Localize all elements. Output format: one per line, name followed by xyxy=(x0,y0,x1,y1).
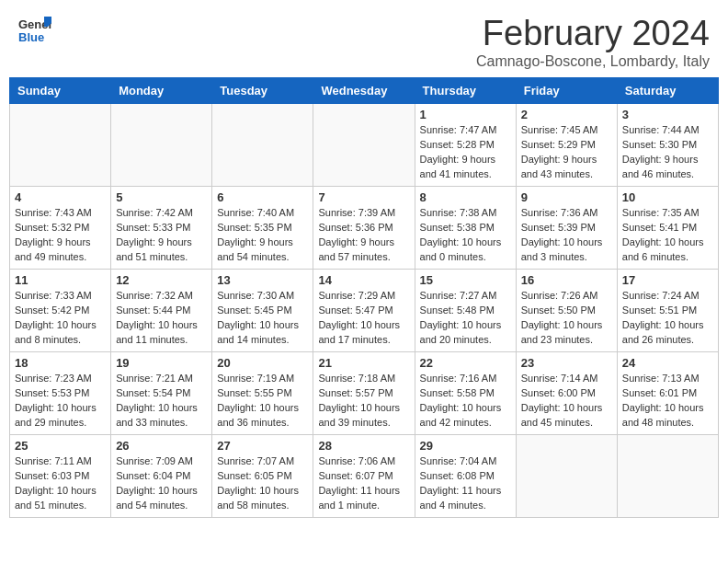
day-number: 15 xyxy=(420,273,511,287)
logo-icon: General Blue xyxy=(18,14,51,51)
day-cell-empty xyxy=(111,104,212,187)
day-info: Sunrise: 7:26 AM Sunset: 5:50 PM Dayligh… xyxy=(521,289,612,348)
day-info: Sunrise: 7:19 AM Sunset: 5:55 PM Dayligh… xyxy=(217,372,308,431)
day-cell-empty xyxy=(212,104,313,187)
day-cell-24: 24Sunrise: 7:13 AM Sunset: 6:01 PM Dayli… xyxy=(617,352,718,435)
day-info: Sunrise: 7:13 AM Sunset: 6:01 PM Dayligh… xyxy=(622,372,713,431)
day-cell-14: 14Sunrise: 7:29 AM Sunset: 5:47 PM Dayli… xyxy=(313,270,415,352)
day-cell-2: 2Sunrise: 7:45 AM Sunset: 5:29 PM Daylig… xyxy=(516,104,617,187)
day-info: Sunrise: 7:04 AM Sunset: 6:08 PM Dayligh… xyxy=(420,454,511,513)
day-number: 8 xyxy=(420,190,511,204)
day-info: Sunrise: 7:39 AM Sunset: 5:36 PM Dayligh… xyxy=(318,206,409,265)
day-info: Sunrise: 7:35 AM Sunset: 5:41 PM Dayligh… xyxy=(622,206,713,265)
day-cell-7: 7Sunrise: 7:39 AM Sunset: 5:36 PM Daylig… xyxy=(313,187,415,270)
day-info: Sunrise: 7:24 AM Sunset: 5:51 PM Dayligh… xyxy=(622,289,713,348)
day-info: Sunrise: 7:09 AM Sunset: 6:04 PM Dayligh… xyxy=(116,454,207,513)
day-number: 17 xyxy=(622,273,713,287)
day-cell-16: 16Sunrise: 7:26 AM Sunset: 5:50 PM Dayli… xyxy=(516,270,617,352)
day-info: Sunrise: 7:23 AM Sunset: 5:53 PM Dayligh… xyxy=(15,372,106,431)
day-cell-26: 26Sunrise: 7:09 AM Sunset: 6:04 PM Dayli… xyxy=(111,435,212,518)
day-info: Sunrise: 7:43 AM Sunset: 5:32 PM Dayligh… xyxy=(15,206,106,265)
day-cell-19: 19Sunrise: 7:21 AM Sunset: 5:54 PM Dayli… xyxy=(111,352,212,435)
day-cell-1: 1Sunrise: 7:47 AM Sunset: 5:28 PM Daylig… xyxy=(415,104,516,187)
week-row-4: 18Sunrise: 7:23 AM Sunset: 5:53 PM Dayli… xyxy=(10,352,719,435)
day-cell-9: 9Sunrise: 7:36 AM Sunset: 5:39 PM Daylig… xyxy=(516,187,617,270)
day-number: 25 xyxy=(15,439,106,453)
day-number: 11 xyxy=(15,273,106,287)
day-info: Sunrise: 7:45 AM Sunset: 5:29 PM Dayligh… xyxy=(521,123,612,182)
day-number: 6 xyxy=(217,190,308,204)
week-row-1: 1Sunrise: 7:47 AM Sunset: 5:28 PM Daylig… xyxy=(10,104,719,187)
day-number: 4 xyxy=(15,190,106,204)
day-header-row: SundayMondayTuesdayWednesdayThursdayFrid… xyxy=(10,78,719,104)
header: General Blue February 2024 Camnago-Bosco… xyxy=(0,0,728,77)
day-cell-21: 21Sunrise: 7:18 AM Sunset: 5:57 PM Dayli… xyxy=(313,352,415,435)
day-cell-empty xyxy=(10,104,111,187)
day-info: Sunrise: 7:07 AM Sunset: 6:05 PM Dayligh… xyxy=(217,454,308,513)
day-number: 29 xyxy=(420,439,511,453)
day-info: Sunrise: 7:32 AM Sunset: 5:44 PM Dayligh… xyxy=(116,289,207,348)
day-number: 16 xyxy=(521,273,612,287)
day-number: 10 xyxy=(622,190,713,204)
week-row-5: 25Sunrise: 7:11 AM Sunset: 6:03 PM Dayli… xyxy=(10,435,719,518)
day-cell-3: 3Sunrise: 7:44 AM Sunset: 5:30 PM Daylig… xyxy=(617,104,718,187)
day-info: Sunrise: 7:38 AM Sunset: 5:38 PM Dayligh… xyxy=(420,206,511,265)
day-number: 5 xyxy=(116,190,207,204)
logo: General Blue xyxy=(18,14,55,51)
day-number: 27 xyxy=(217,439,308,453)
day-number: 12 xyxy=(116,273,207,287)
day-info: Sunrise: 7:21 AM Sunset: 5:54 PM Dayligh… xyxy=(116,372,207,431)
day-number: 14 xyxy=(318,273,409,287)
day-cell-25: 25Sunrise: 7:11 AM Sunset: 6:03 PM Dayli… xyxy=(10,435,111,518)
day-cell-4: 4Sunrise: 7:43 AM Sunset: 5:32 PM Daylig… xyxy=(10,187,111,270)
day-cell-5: 5Sunrise: 7:42 AM Sunset: 5:33 PM Daylig… xyxy=(111,187,212,270)
day-header-thursday: Thursday xyxy=(415,78,516,104)
day-number: 20 xyxy=(217,356,308,370)
day-info: Sunrise: 7:44 AM Sunset: 5:30 PM Dayligh… xyxy=(622,123,713,182)
day-info: Sunrise: 7:33 AM Sunset: 5:42 PM Dayligh… xyxy=(15,289,106,348)
day-info: Sunrise: 7:42 AM Sunset: 5:33 PM Dayligh… xyxy=(116,206,207,265)
day-number: 19 xyxy=(116,356,207,370)
day-cell-13: 13Sunrise: 7:30 AM Sunset: 5:45 PM Dayli… xyxy=(212,270,313,352)
day-number: 7 xyxy=(318,190,409,204)
day-cell-29: 29Sunrise: 7:04 AM Sunset: 6:08 PM Dayli… xyxy=(415,435,516,518)
day-cell-11: 11Sunrise: 7:33 AM Sunset: 5:42 PM Dayli… xyxy=(10,270,111,352)
day-info: Sunrise: 7:06 AM Sunset: 6:07 PM Dayligh… xyxy=(318,454,409,513)
day-cell-28: 28Sunrise: 7:06 AM Sunset: 6:07 PM Dayli… xyxy=(313,435,415,518)
day-number: 21 xyxy=(318,356,409,370)
day-cell-12: 12Sunrise: 7:32 AM Sunset: 5:44 PM Dayli… xyxy=(111,270,212,352)
day-cell-15: 15Sunrise: 7:27 AM Sunset: 5:48 PM Dayli… xyxy=(415,270,516,352)
day-number: 13 xyxy=(217,273,308,287)
calendar-table: SundayMondayTuesdayWednesdayThursdayFrid… xyxy=(9,77,719,518)
week-row-3: 11Sunrise: 7:33 AM Sunset: 5:42 PM Dayli… xyxy=(10,270,719,352)
day-info: Sunrise: 7:27 AM Sunset: 5:48 PM Dayligh… xyxy=(420,289,511,348)
day-number: 3 xyxy=(622,108,713,121)
day-info: Sunrise: 7:47 AM Sunset: 5:28 PM Dayligh… xyxy=(420,123,511,182)
day-cell-27: 27Sunrise: 7:07 AM Sunset: 6:05 PM Dayli… xyxy=(212,435,313,518)
day-info: Sunrise: 7:30 AM Sunset: 5:45 PM Dayligh… xyxy=(217,289,308,348)
day-number: 28 xyxy=(318,439,409,453)
day-info: Sunrise: 7:18 AM Sunset: 5:57 PM Dayligh… xyxy=(318,372,409,431)
day-info: Sunrise: 7:40 AM Sunset: 5:35 PM Dayligh… xyxy=(217,206,308,265)
day-info: Sunrise: 7:36 AM Sunset: 5:39 PM Dayligh… xyxy=(521,206,612,265)
day-cell-18: 18Sunrise: 7:23 AM Sunset: 5:53 PM Dayli… xyxy=(10,352,111,435)
day-number: 22 xyxy=(420,356,511,370)
day-cell-6: 6Sunrise: 7:40 AM Sunset: 5:35 PM Daylig… xyxy=(212,187,313,270)
day-number: 1 xyxy=(420,108,511,121)
title-area: February 2024 Camnago-Boscone, Lombardy,… xyxy=(476,14,710,70)
svg-text:Blue: Blue xyxy=(18,30,44,44)
location: Camnago-Boscone, Lombardy, Italy xyxy=(476,53,710,70)
day-cell-22: 22Sunrise: 7:16 AM Sunset: 5:58 PM Dayli… xyxy=(415,352,516,435)
day-cell-23: 23Sunrise: 7:14 AM Sunset: 6:00 PM Dayli… xyxy=(516,352,617,435)
day-info: Sunrise: 7:14 AM Sunset: 6:00 PM Dayligh… xyxy=(521,372,612,431)
week-row-2: 4Sunrise: 7:43 AM Sunset: 5:32 PM Daylig… xyxy=(10,187,719,270)
day-number: 2 xyxy=(521,108,612,121)
day-cell-20: 20Sunrise: 7:19 AM Sunset: 5:55 PM Dayli… xyxy=(212,352,313,435)
day-number: 24 xyxy=(622,356,713,370)
day-cell-empty xyxy=(313,104,415,187)
day-header-saturday: Saturday xyxy=(617,78,718,104)
day-header-monday: Monday xyxy=(111,78,212,104)
day-number: 26 xyxy=(116,439,207,453)
day-cell-10: 10Sunrise: 7:35 AM Sunset: 5:41 PM Dayli… xyxy=(617,187,718,270)
day-header-wednesday: Wednesday xyxy=(313,78,415,104)
